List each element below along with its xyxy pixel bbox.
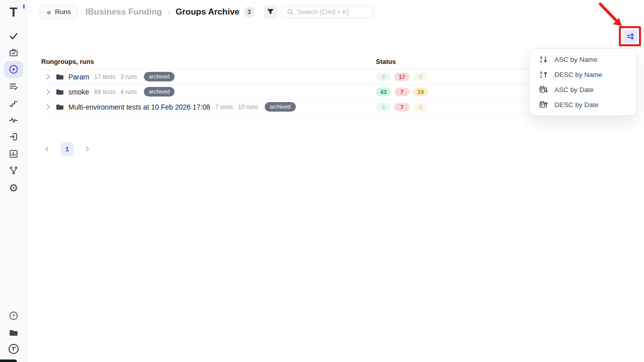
account-logo-icon: T: [8, 343, 19, 354]
archived-badge: archived: [144, 87, 175, 97]
sort-button[interactable]: [623, 30, 637, 43]
previous-page-button[interactable]: [40, 142, 54, 156]
status-pills: 0 7 0: [376, 103, 428, 111]
sidebar-item-branches[interactable]: [4, 162, 23, 179]
sort-alpha-desc-icon: A Z: [539, 70, 548, 79]
sidebar-item-projects[interactable]: [4, 324, 23, 341]
topbar: « Runs IBusiness Funding › Groups Archiv…: [40, 5, 373, 19]
svg-text:Z: Z: [540, 59, 542, 63]
back-to-runs-button[interactable]: « Runs: [40, 5, 78, 19]
sidebar-item-steps[interactable]: [4, 95, 23, 112]
check-icon: [9, 31, 19, 41]
expand-chevron-icon[interactable]: [44, 73, 52, 80]
rungroup-name[interactable]: smoke: [68, 88, 89, 96]
chevrons-left-icon: «: [47, 8, 51, 16]
sidebar-item-account[interactable]: T: [4, 340, 23, 357]
svg-text:A: A: [540, 55, 542, 59]
sidebar-item-runs[interactable]: [4, 61, 23, 78]
skipped-count-pill: 19: [413, 87, 428, 96]
search-box: [282, 5, 373, 19]
next-page-button[interactable]: [80, 142, 94, 156]
archived-badge: archived: [144, 72, 175, 81]
filter-button[interactable]: [264, 5, 278, 19]
gear-icon: ⚙: [9, 183, 19, 193]
sidebar-item-tagged-tests[interactable]: [4, 78, 23, 95]
runs-count: 3 runs: [120, 73, 137, 80]
breadcrumb-separator: ›: [168, 8, 170, 16]
folder-icon: [55, 103, 64, 112]
annotation-arrow: [597, 2, 627, 31]
briefcase-check-icon: [9, 48, 19, 58]
table-title: Rungroups, runs: [41, 58, 94, 65]
menu-item-asc-by-date[interactable]: ASC by Date: [530, 82, 636, 97]
sidebar-item-tests[interactable]: [4, 28, 23, 45]
failed-count-pill: 7: [394, 103, 410, 111]
tests-count: 69 tests: [94, 88, 115, 96]
menu-item-asc-by-name[interactable]: A Z ASC by Name: [530, 52, 636, 67]
calendar-sort-asc-icon: [539, 85, 548, 94]
help-icon: ?: [9, 311, 19, 321]
search-input[interactable]: [297, 8, 368, 16]
expand-chevron-icon[interactable]: [44, 103, 52, 111]
tests-count: 7 tests: [215, 104, 233, 111]
steps-icon: [9, 98, 19, 108]
menu-item-desc-by-name[interactable]: A Z DESC by Name: [530, 67, 636, 82]
svg-text:T: T: [12, 346, 15, 352]
screen-corner-artifact: [0, 359, 17, 362]
archived-badge: archived: [265, 102, 296, 112]
failed-count-pill: 7: [394, 87, 410, 96]
svg-text:?: ?: [12, 313, 15, 318]
folder-icon: [55, 72, 64, 81]
logo-accent: [23, 5, 25, 9]
menu-item-label: ASC by Date: [554, 86, 594, 94]
rungroup-name[interactable]: Multi-environment tests at 10 Feb 2026 1…: [68, 103, 210, 111]
app-window: T: [0, 0, 644, 362]
sidebar-item-analytics[interactable]: [4, 145, 23, 162]
runs-count: 10 runs: [238, 104, 258, 111]
sidebar-item-test-plans[interactable]: [4, 44, 23, 61]
activity-icon: [9, 115, 19, 125]
sidebar-item-pulse[interactable]: [4, 112, 23, 129]
failed-count-pill: 17: [394, 72, 410, 81]
sidebar-item-settings[interactable]: ⚙: [4, 179, 23, 196]
passed-count-pill: 0: [376, 72, 391, 81]
play-circle-icon: [9, 64, 19, 74]
status-pills: 0 17 0: [376, 72, 428, 81]
pagination: 1: [40, 142, 94, 156]
sort-dropdown-menu: A Z ASC by Name A Z DESC by Name: [529, 48, 636, 116]
app-logo[interactable]: T: [5, 4, 22, 21]
funnel-icon: [267, 8, 274, 16]
calendar-sort-desc-icon: [539, 101, 548, 109]
folder-icon: [55, 87, 64, 97]
chevron-left-icon: [44, 146, 50, 152]
status-column-header: Status: [376, 58, 396, 65]
menu-item-label: DESC by Date: [554, 101, 599, 109]
svg-text:Z: Z: [540, 74, 542, 78]
passed-count-pill: 0: [376, 103, 391, 111]
skipped-count-pill: 0: [413, 72, 428, 81]
back-button-label: Runs: [55, 8, 71, 16]
list-check-icon: [9, 81, 19, 92]
sidebar-item-help[interactable]: ?: [4, 307, 23, 324]
tests-count: 17 tests: [94, 73, 115, 80]
chevron-right-icon: [84, 146, 91, 152]
current-page-button[interactable]: 1: [60, 142, 74, 156]
menu-item-label: ASC by Name: [554, 56, 598, 63]
import-icon: [9, 132, 19, 142]
search-icon: [287, 9, 294, 16]
sidebar-item-import[interactable]: [4, 128, 23, 145]
menu-item-desc-by-date[interactable]: DESC by Date: [530, 97, 636, 112]
sort-lines-updown-icon: [625, 32, 635, 41]
runs-count: 4 runs: [120, 88, 137, 96]
folder-icon: [9, 328, 19, 338]
logo-letter: T: [10, 6, 17, 19]
menu-item-label: DESC by Name: [554, 71, 602, 78]
breadcrumb-project[interactable]: IBusiness Funding: [86, 7, 162, 17]
breadcrumb-current-page: Groups Archive: [176, 7, 239, 17]
expand-chevron-icon[interactable]: [44, 88, 52, 96]
rungroup-name[interactable]: Param: [68, 73, 89, 81]
branch-icon: [9, 165, 19, 175]
bar-chart-icon: [9, 149, 19, 159]
group-count-badge: 3: [244, 7, 255, 17]
skipped-count-pill: 0: [413, 103, 428, 111]
